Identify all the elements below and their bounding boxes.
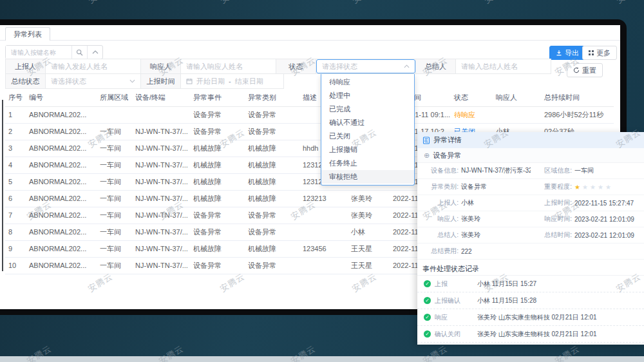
dropdown-option[interactable]: 确认不通过 [321, 116, 414, 129]
reset-button[interactable]: 重置 [567, 63, 603, 77]
status-filter-cell: 请选择状态 [316, 59, 416, 74]
detail-field: 上报时间:2022-11-15 15:27:47 [531, 195, 644, 211]
table-row[interactable]: 1ABNORMAL202...设备异常设备异常2023-01-11 09:1..… [5, 106, 614, 123]
export-button[interactable]: 导出 [549, 46, 585, 60]
star-icon: ★ [582, 184, 588, 191]
column-header[interactable]: 异常类别 [245, 90, 299, 106]
detail-field: 上报人:小林 [417, 195, 531, 211]
check-circle-icon: ✓ [424, 314, 431, 321]
timeline-title: 事件处理状态记录 [417, 260, 644, 275]
column-header[interactable]: 编号 [26, 90, 97, 106]
reporter-input[interactable] [46, 62, 140, 70]
summarizer-input[interactable] [456, 62, 551, 70]
timeline-item: ✓上报小林 11月15日 15:27 [417, 276, 644, 292]
date-end-placeholder: 结束日期 [235, 77, 263, 86]
watermark-text: 安腾云 [482, 0, 511, 6]
reporter-filter-cell [45, 59, 141, 74]
status-select[interactable]: 请选择状态 [316, 59, 415, 73]
tab-label: 异常列表 [14, 30, 42, 39]
dropdown-option[interactable]: 任务终止 [321, 157, 414, 170]
chevron-up-icon [404, 64, 410, 68]
calendar-icon [186, 78, 193, 84]
status-dropdown: 待响应处理中已完成确认不通过已关闭上报撤销任务终止审核拒绝 [321, 74, 415, 186]
report-time-range[interactable]: 开始日期 - 结束日期 [181, 77, 283, 86]
summary-status-placeholder: 请选择状态 [51, 77, 86, 86]
search-icon [76, 49, 83, 56]
detail-field: 设备信息:NJ-WN-TN-37/潜污泵-32 [417, 163, 531, 178]
detail-field: 总结时间:2023-02-21 12:01:09 [531, 227, 644, 243]
detail-field: 总结人:张美玲 [417, 227, 531, 243]
dropdown-option[interactable]: 上报撤销 [321, 143, 414, 157]
dropdown-option[interactable]: 已关闭 [321, 129, 414, 143]
timeline-item: ✓响应张美玲 山东实康生物科技 02月21日 12:01 [417, 309, 644, 326]
responder-input[interactable] [181, 62, 276, 70]
watermark-text: 安腾云 [218, 0, 247, 6]
detail-header: 异常详情 [417, 132, 644, 148]
table-header-row: 序号编号所属区域设备/终端异常事件异常类别描述上报人上报时间状态响应人总持续时间 [5, 90, 614, 106]
detail-field: 异常类别:设备异常 [417, 179, 531, 195]
column-header[interactable]: 状态 [451, 90, 493, 106]
responder-filter-label: 响应人 [140, 59, 181, 74]
column-header[interactable]: 设备/终端 [132, 90, 190, 106]
date-start-placeholder: 开始日期 [196, 77, 225, 86]
chevron-down-icon [129, 79, 135, 83]
refresh-icon [573, 67, 580, 73]
more-label: 更多 [596, 48, 611, 58]
search-input[interactable] [6, 46, 71, 59]
column-header[interactable]: 所属区域 [97, 90, 132, 106]
watermark-text: 安腾云 [350, 0, 379, 6]
timeline-item: ✓上报确认小林 11月15日 15:28 [417, 292, 644, 309]
detail-type-row: ⊕ 设备异常 [417, 148, 644, 163]
info-circle-icon: ⊕ [424, 152, 430, 159]
detail-type-label: 设备异常 [433, 151, 461, 160]
dropdown-option[interactable]: 待响应 [321, 75, 414, 89]
summary-status-cell: 请选择状态 [45, 73, 141, 89]
dropdown-option[interactable]: 处理中 [321, 89, 414, 102]
status-select-placeholder: 请选择状态 [322, 62, 357, 71]
detail-title: 异常详情 [433, 135, 462, 145]
timeline-item: ✓确认关闭张美玲 山东实康生物科技 02月21日 12:01 [417, 326, 644, 343]
watermark-text: 安腾云 [86, 0, 115, 6]
search-group [5, 45, 103, 59]
star-icon: ★ [598, 184, 603, 191]
bottom-strip [0, 356, 644, 362]
summarizer-filter-cell [455, 59, 551, 74]
dropdown-option[interactable]: 审核拒绝 [321, 170, 414, 184]
detail-field: 区域信息:一车间 [531, 163, 644, 178]
status-filter-label: 状态 [276, 59, 316, 74]
column-header[interactable]: 响应人 [493, 90, 541, 106]
summary-status-label: 总结状态 [5, 73, 46, 89]
detail-field: 重要程度:★★★★★ [531, 179, 644, 195]
summary-status-select[interactable]: 请选择状态 [46, 74, 140, 88]
report-time-cell: 开始日期 - 结束日期 [180, 73, 284, 89]
check-circle-icon: ✓ [424, 297, 431, 304]
screen: 异常列表 [0, 0, 644, 362]
check-circle-icon: ✓ [424, 280, 431, 287]
dropdown-option[interactable]: 已完成 [321, 102, 414, 116]
responder-filter-cell [180, 59, 276, 74]
search-button[interactable] [71, 46, 87, 59]
reset-label: 重置 [582, 66, 596, 75]
star-icon: ★ [605, 184, 611, 191]
detail-field: 总结费用:222 [417, 243, 644, 259]
document-search-icon [422, 137, 430, 144]
timeline: ✓上报小林 11月15日 15:27✓上报确认小林 11月15日 15:28✓响… [417, 275, 644, 343]
column-header[interactable]: 异常事件 [190, 90, 245, 106]
tab-bar: 异常列表 [0, 25, 620, 41]
column-header[interactable]: 序号 [5, 90, 26, 106]
collapse-filters-button[interactable] [87, 46, 102, 59]
tab-exception-list[interactable]: 异常列表 [5, 27, 50, 41]
detail-panel: 异常详情 ⊕ 设备异常 设备信息:NJ-WN-TN-37/潜污泵-32区域信息:… [417, 132, 644, 345]
watermark-text: 安腾云 [614, 0, 643, 6]
export-label: 导出 [565, 48, 579, 58]
download-icon [556, 50, 562, 56]
date-separator: - [229, 77, 231, 85]
column-header[interactable]: 总持续时间 [541, 90, 614, 106]
summarizer-filter-label: 总结人 [415, 59, 456, 74]
reporter-filter-label: 上报人 [5, 59, 46, 74]
filter-row-2: 总结状态 请选择状态 上报时间 [5, 73, 284, 89]
star-icon: ★ [590, 184, 596, 191]
report-time-label: 上报时间 [140, 73, 181, 89]
more-button[interactable]: 更多 [582, 46, 617, 60]
detail-field: 响应时间:2023-02-21 12:01:09 [531, 211, 644, 227]
